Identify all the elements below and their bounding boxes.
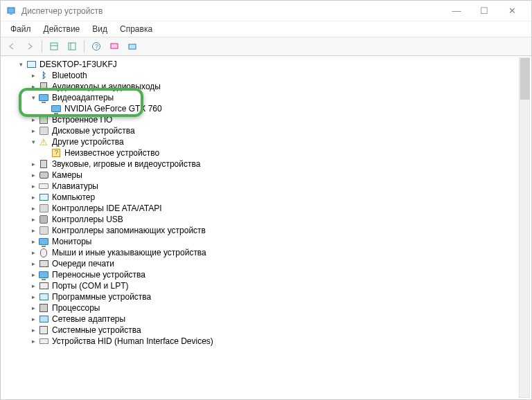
keyboard-icon: [38, 181, 49, 192]
tree-category-2[interactable]: ▾Видеоадаптеры: [3, 92, 531, 103]
pc-icon: [38, 192, 49, 203]
node-label: Порты (COM и LPT): [52, 281, 129, 291]
expand-arrow[interactable]: ▸: [28, 71, 38, 80]
node-label: Звуковые, игровые и видеоустройства: [52, 159, 200, 169]
bt-icon: ᛒ: [38, 70, 49, 81]
disk-icon: [38, 125, 49, 136]
expand-arrow[interactable]: ▸: [28, 159, 38, 169]
tree-device-5-0[interactable]: ▸Неизвестное устройство: [3, 147, 531, 158]
expand-arrow[interactable]: ▸: [28, 237, 38, 246]
tree-category-17[interactable]: ▸Порты (COM и LPT): [3, 280, 531, 291]
tree-category-1[interactable]: ▸Аудиовходы и аудиовыходы: [3, 81, 531, 92]
node-label: Мыши и иные указывающие устройства: [52, 248, 206, 257]
expand-arrow[interactable]: ▾: [28, 93, 38, 102]
svg-rect-1: [10, 14, 12, 15]
help-button[interactable]: ?: [88, 39, 105, 54]
tree-category-15[interactable]: ▸Очереди печати: [3, 258, 531, 269]
toolbar-button-2[interactable]: [64, 39, 80, 54]
expand-arrow[interactable]: ▸: [28, 82, 38, 91]
tree-category-16[interactable]: ▸Переносные устройства: [3, 269, 531, 280]
tree-category-6[interactable]: ▸Звуковые, игровые и видеоустройства: [3, 158, 531, 170]
expand-arrow[interactable]: ▸: [28, 259, 38, 269]
vertical-scrollbar[interactable]: [519, 57, 530, 398]
usb-icon: [38, 214, 49, 225]
device-tree-area: ▾DESKTOP-1F3UKFJ▸ᛒBluetooth▸Аудиовходы и…: [1, 56, 531, 399]
expand-arrow[interactable]: ▸: [28, 248, 38, 257]
close-button[interactable]: ✕: [498, 1, 526, 21]
expand-arrow[interactable]: ▸: [28, 226, 38, 235]
svg-rect-0: [8, 8, 15, 13]
tree-category-4[interactable]: ▸Дисковые устройства: [3, 125, 531, 136]
maximize-button[interactable]: ☐: [470, 1, 498, 21]
node-label: Переносные устройства: [52, 270, 145, 280]
expand-arrow[interactable]: ▸: [28, 181, 38, 191]
node-label: Контроллеры USB: [52, 215, 123, 224]
expand-arrow[interactable]: ▸: [28, 281, 38, 291]
scroll-thumb[interactable]: [520, 58, 530, 100]
node-label: Устройства HID (Human Interface Devices): [52, 336, 213, 346]
sw-icon: [38, 291, 49, 302]
expand-arrow[interactable]: ▾: [28, 137, 38, 147]
tree-category-22[interactable]: ▸Устройства HID (Human Interface Devices…: [3, 336, 531, 347]
tree-category-10[interactable]: ▸Контроллеры IDE ATA/ATAPI: [3, 203, 531, 214]
device-tree[interactable]: ▾DESKTOP-1F3UKFJ▸ᛒBluetooth▸Аудиовходы и…: [1, 56, 531, 399]
tree-root[interactable]: ▾DESKTOP-1F3UKFJ: [3, 59, 531, 70]
tree-category-5[interactable]: ▾⚠Другие устройства: [3, 136, 531, 147]
toolbar-button-1[interactable]: [46, 39, 62, 54]
node-label: Компьютер: [52, 192, 95, 202]
node-label: Встроенное ПО: [52, 115, 112, 125]
tree-category-8[interactable]: ▸Клавиатуры: [3, 181, 531, 192]
node-label: Клавиатуры: [52, 181, 98, 191]
forward-button: [21, 39, 38, 54]
tree-category-11[interactable]: ▸Контроллеры USB: [3, 214, 531, 225]
expand-arrow[interactable]: ▸: [28, 215, 38, 224]
node-label: Bluetooth: [52, 71, 87, 80]
window-title: Диспетчер устройств: [21, 6, 443, 16]
scan-button[interactable]: [106, 39, 123, 54]
tree-category-7[interactable]: ▸Камеры: [3, 170, 531, 181]
expand-arrow[interactable]: ▸: [28, 192, 38, 202]
tree-category-3[interactable]: ▸Встроенное ПО: [3, 114, 531, 125]
expand-arrow[interactable]: ▾: [16, 60, 26, 69]
menu-view[interactable]: Вид: [87, 23, 113, 35]
expand-arrow[interactable]: ▸: [28, 325, 38, 335]
expand-arrow[interactable]: ▸: [28, 292, 38, 302]
node-label: Неизвестное устройство: [64, 148, 159, 158]
minimize-button[interactable]: —: [443, 1, 470, 21]
expand-arrow[interactable]: ▸: [28, 270, 38, 280]
svg-rect-9: [129, 44, 136, 49]
expand-arrow[interactable]: ▸: [28, 115, 38, 125]
unknown-icon: [51, 147, 62, 158]
tree-category-21[interactable]: ▸Системные устройства: [3, 325, 531, 336]
tree-category-14[interactable]: ▸Мыши и иные указывающие устройства: [3, 247, 531, 258]
menu-file[interactable]: Файл: [5, 23, 37, 35]
monitor-icon: [38, 269, 49, 280]
menu-action[interactable]: Действие: [38, 23, 86, 35]
tree-category-18[interactable]: ▸Программные устройства: [3, 291, 531, 302]
expand-arrow[interactable]: ▸: [28, 203, 38, 213]
expand-arrow[interactable]: ▸: [28, 170, 38, 180]
show-hidden-button[interactable]: [124, 39, 141, 54]
tree-category-20[interactable]: ▸Сетевые адаптеры: [3, 313, 531, 325]
tree-category-13[interactable]: ▸Мониторы: [3, 236, 531, 247]
window-controls: — ☐ ✕: [443, 1, 526, 21]
expand-arrow[interactable]: ▸: [28, 336, 38, 346]
expand-arrow[interactable]: ▸: [28, 303, 38, 313]
chip-icon: [38, 114, 49, 125]
titlebar: Диспетчер устройств — ☐ ✕: [1, 1, 531, 21]
menu-help[interactable]: Справка: [114, 23, 158, 35]
tree-device-2-0[interactable]: ▸NVIDIA GeForce GTX 760: [3, 103, 531, 114]
node-label: Дисковые устройства: [52, 126, 135, 136]
tree-category-19[interactable]: ▸Процессоры: [3, 302, 531, 313]
expand-arrow[interactable]: ▸: [28, 126, 38, 136]
tree-category-9[interactable]: ▸Компьютер: [3, 192, 531, 203]
svg-rect-8: [111, 44, 118, 48]
node-label: Контроллеры IDE ATA/ATAPI: [52, 203, 162, 213]
node-label: Программные устройства: [52, 292, 151, 302]
expand-arrow[interactable]: ▸: [28, 314, 38, 324]
tree-category-0[interactable]: ▸ᛒBluetooth: [3, 70, 531, 81]
node-label: Камеры: [52, 170, 82, 180]
back-button: [3, 39, 20, 54]
tree-category-12[interactable]: ▸Контроллеры запоминающих устройств: [3, 225, 531, 236]
hid-icon: [38, 336, 49, 347]
